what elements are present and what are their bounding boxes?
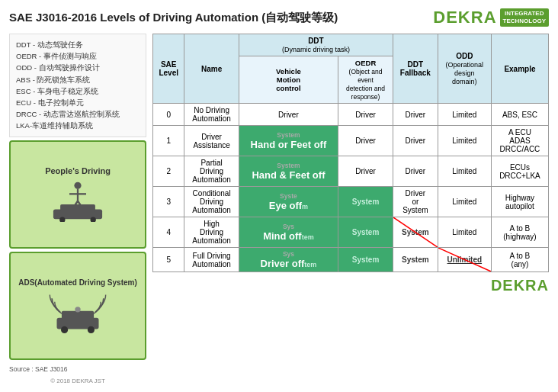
motion-3: Syste Eye offm (239, 187, 338, 217)
svg-point-13 (75, 307, 80, 312)
fallback-3: DriverorSystem (393, 187, 438, 217)
example-3: Highwayautopilot (491, 187, 548, 217)
name-3: ConditionalDrivingAutomation (184, 187, 239, 217)
odd-0: Limited (438, 104, 491, 126)
name-2: PartialDrivingAutomation (184, 156, 239, 187)
odd-3: Limited (438, 187, 491, 217)
motion-4: Sys Mind offtem (239, 217, 338, 248)
ads-driving-box: ADS(Automated Driving System) (9, 252, 146, 360)
page: SAE J3016-2016 Levels of Driving Automat… (0, 0, 558, 392)
table-row: 0 No DrivingAutomation Driver Driver Dri… (153, 104, 549, 126)
legend-item-8: LKA-车道维持辅助系统 (16, 120, 140, 131)
example-0: ABS, ESC (491, 104, 548, 126)
motion-5: Sys Driver offtem (239, 248, 338, 272)
legend-item-2: OEDR - 事件侦测与响应 (16, 50, 140, 62)
example-1: A ECUADASDRCC/ACC (491, 126, 548, 156)
fallback-0: Driver (393, 104, 438, 126)
peoples-car-icon (47, 180, 108, 222)
svg-rect-6 (60, 204, 95, 211)
dekra-subtext: INTEGRATEDTECHNOLOGY (500, 8, 549, 26)
legend-item-6: ECU - 电子控制单元 (16, 97, 140, 108)
bottom-dekra-logo: DEKRA (152, 277, 549, 294)
peoples-driving-box: People's Driving (9, 140, 146, 249)
odd-5: Unlimited (438, 248, 491, 272)
level-1: 1 (153, 126, 184, 156)
col-level-header: SAELevel (153, 34, 184, 104)
ads-car-icon (43, 291, 112, 333)
fallback-1: Driver (393, 126, 438, 156)
level-5: 5 (153, 248, 184, 272)
example-2: ECUsDRCC+LKA (491, 156, 548, 187)
name-4: HighDrivingAutomation (184, 217, 239, 248)
dekra-logo: DEKRA INTEGRATEDTECHNOLOGY (433, 8, 549, 27)
col-ddt-header: DDT(Dynamic driving task) (239, 34, 393, 56)
level-3: 3 (153, 187, 184, 217)
col-example-header: Example (491, 34, 548, 104)
legend-item-3: ODD - 自动驾驶操作设计 (16, 62, 140, 73)
odd-1: Limited (438, 126, 491, 156)
example-4: A to B(highway) (491, 217, 548, 248)
level-0: 0 (153, 104, 184, 126)
col-name-header: Name (184, 34, 239, 104)
oedr-0: Driver (338, 104, 393, 126)
svg-point-12 (88, 326, 95, 333)
table-row: 5 Full DrivingAutomation Sys Driver offt… (153, 248, 549, 272)
dekra-text: DEKRA (433, 8, 496, 27)
legend-item-5: ESC - 车身电子稳定系统 (16, 85, 140, 97)
oedr-2: Driver (338, 156, 393, 187)
header: SAE J3016-2016 Levels of Driving Automat… (9, 8, 549, 27)
name-5: Full DrivingAutomation (184, 248, 239, 272)
col-odd-header: ODD(Operationaldesigndomain) (438, 34, 491, 104)
oedr-5: System (338, 248, 393, 272)
table-row: 2 PartialDrivingAutomation System Hand &… (153, 156, 549, 187)
odd-4: Limited (438, 217, 491, 248)
motion-0: Driver (239, 104, 338, 126)
right-panel: SAELevel Name DDT(Dynamic driving task) … (152, 34, 549, 384)
oedr-4: System (338, 217, 393, 248)
level-2: 2 (153, 156, 184, 187)
table-row: 1 DriverAssistance System Hand or Feet o… (153, 126, 549, 156)
oedr-1: Driver (338, 126, 393, 156)
content-area: DDT - 动态驾驶任务 OEDR - 事件侦测与响应 ODD - 自动驾驶操作… (9, 34, 549, 384)
level-4: 4 (153, 217, 184, 248)
ads-label: ADS(Automated Driving System) (18, 278, 137, 287)
name-0: No DrivingAutomation (184, 104, 239, 126)
legend-item-4: ABS - 防死锁煞车系统 (16, 74, 140, 85)
bottom-dekra-text: DEKRA (491, 277, 549, 294)
copyright-text: © 2018 DEKRA JST (9, 378, 146, 384)
fallback-2: Driver (393, 156, 438, 187)
automation-table: SAELevel Name DDT(Dynamic driving task) … (152, 34, 549, 272)
motion-2: System Hand & Feet off (239, 156, 338, 187)
fallback-4: System (393, 217, 438, 248)
example-5: A to B(any) (491, 248, 548, 272)
svg-point-11 (61, 326, 68, 333)
name-1: DriverAssistance (184, 126, 239, 156)
table-row: 4 HighDrivingAutomation Sys Mind offtem … (153, 217, 549, 248)
left-panel: DDT - 动态驾驶任务 OEDR - 事件侦测与响应 ODD - 自动驾驶操作… (9, 34, 146, 384)
legend-box: DDT - 动态驾驶任务 OEDR - 事件侦测与响应 ODD - 自动驾驶操作… (9, 34, 146, 137)
fallback-5: System (393, 248, 438, 272)
peoples-label: People's Driving (45, 166, 111, 175)
legend-item-1: DDT - 动态驾驶任务 (16, 39, 140, 50)
legend-item-7: DRCC - 动态雷达巡航控制系统 (16, 108, 140, 120)
col-oedr-header: OEDR(Object andeventdetection andrespons… (338, 56, 393, 104)
table-row: 3 ConditionalDrivingAutomation Syste Eye… (153, 187, 549, 217)
col-vehicle-motion-header: VehicleMotioncontrol (239, 56, 338, 104)
motion-1: System Hand or Feet off (239, 126, 338, 156)
odd-2: Limited (438, 156, 491, 187)
svg-point-0 (74, 182, 81, 189)
page-title: SAE J3016-2016 Levels of Driving Automat… (9, 11, 338, 25)
col-fallback-header: DDTFallback (393, 34, 438, 104)
oedr-3: System (338, 187, 393, 217)
source-text: Source : SAE J3016 (9, 365, 146, 373)
